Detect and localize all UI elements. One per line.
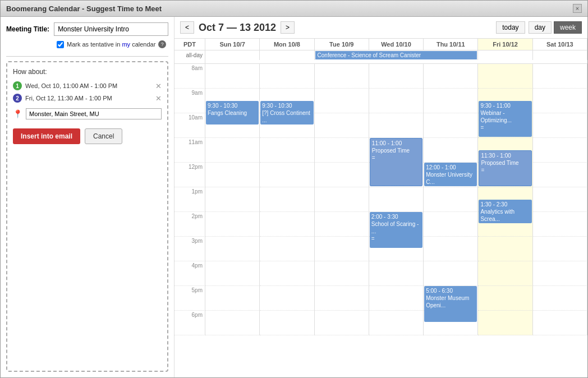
day-col-6-17[interactable] xyxy=(533,286,587,311)
day-col-2-16[interactable] xyxy=(315,261,369,286)
day-col-3-8[interactable] xyxy=(369,64,424,89)
event-4[interactable]: 11:30 - 1:00 Proposed Time = xyxy=(479,150,531,186)
day-col-0-14[interactable] xyxy=(205,212,260,237)
divider xyxy=(6,56,168,57)
event-5[interactable]: 12:00 - 1:00 Monster University C... xyxy=(424,163,477,186)
day-col-6-14[interactable] xyxy=(533,212,587,237)
day-col-4-16[interactable] xyxy=(424,261,478,286)
right-panel: < Oct 7 — 13 2012 > today day week PDT S… xyxy=(174,17,587,377)
suggestion-text-1: Wed, Oct 10, 11:00 AM - 1:00 PM xyxy=(25,82,152,89)
day-col-1-14[interactable] xyxy=(260,212,314,237)
day-col-4-11[interactable] xyxy=(424,138,478,163)
day-col-4-14[interactable] xyxy=(424,212,478,237)
day-col-4-9[interactable] xyxy=(424,89,478,113)
day-col-0-15[interactable] xyxy=(205,237,260,261)
suggestion-item-1: 1 Wed, Oct 10, 11:00 AM - 1:00 PM ✕ xyxy=(13,81,162,90)
day-col-2-11[interactable] xyxy=(315,138,369,163)
tentative-checkbox[interactable] xyxy=(57,41,64,48)
day-col-6-16[interactable] xyxy=(533,261,587,286)
day-col-2-10[interactable] xyxy=(315,113,369,138)
close-button[interactable]: × xyxy=(573,4,582,13)
location-input[interactable] xyxy=(26,108,162,119)
allday-cell-0 xyxy=(205,50,260,60)
event-0[interactable]: 9:30 - 10:30 Fangs Cleaning xyxy=(206,101,259,125)
day-col-4-10[interactable] xyxy=(424,113,478,138)
event-2[interactable]: 9:30 - 11:00 Webinar - Optimizing... = xyxy=(479,101,531,137)
day-col-1-16[interactable] xyxy=(260,261,314,286)
day-col-1-11[interactable] xyxy=(260,138,314,163)
insert-button[interactable]: Insert into email xyxy=(13,128,80,144)
info-icon[interactable]: ? xyxy=(158,40,166,48)
day-col-2-18[interactable] xyxy=(315,311,369,335)
day-col-0-17[interactable] xyxy=(205,286,260,311)
day-col-3-16[interactable] xyxy=(369,261,424,286)
day-col-2-14[interactable] xyxy=(315,212,369,237)
allday-cell-4 xyxy=(478,50,532,60)
day-col-1-18[interactable] xyxy=(260,311,314,335)
event-3[interactable]: 11:00 - 1:00 Proposed Time = xyxy=(370,138,422,186)
day-col-0-18[interactable] xyxy=(205,311,260,335)
day-col-1-8[interactable] xyxy=(260,64,314,89)
day-col-3-18[interactable] xyxy=(369,311,424,335)
day-col-4-8[interactable] xyxy=(424,64,478,89)
prev-button[interactable]: < xyxy=(180,21,194,34)
day-col-0-13[interactable] xyxy=(205,187,260,212)
day-col-0-8[interactable] xyxy=(205,64,260,89)
time-label-18: 6pm xyxy=(174,311,205,335)
day-col-4-13[interactable] xyxy=(424,187,478,212)
day-col-2-8[interactable] xyxy=(315,64,369,89)
day-col-5-17[interactable] xyxy=(478,286,532,311)
day-col-6-11[interactable] xyxy=(533,138,587,163)
day-col-5-16[interactable] xyxy=(478,261,532,286)
day-col-2-9[interactable] xyxy=(315,89,369,113)
day-col-6-10[interactable] xyxy=(533,113,587,138)
event-8[interactable]: 5:00 - 6:30 Monster Museum Openi... xyxy=(424,286,477,322)
location-row: 📍 xyxy=(13,108,162,119)
day-col-5-18[interactable] xyxy=(478,311,532,335)
remove-suggestion-1[interactable]: ✕ xyxy=(155,82,162,90)
day-col-5-15[interactable] xyxy=(478,237,532,261)
day-col-1-17[interactable] xyxy=(260,286,314,311)
remove-suggestion-2[interactable]: ✕ xyxy=(155,94,162,103)
week-view-button[interactable]: week xyxy=(554,21,582,34)
allday-event-conference[interactable]: Conference - Science of Scream Canister xyxy=(315,51,477,59)
event-7[interactable]: 1:30 - 2:30 Analytics with Screa... xyxy=(479,200,531,223)
day-col-0-11[interactable] xyxy=(205,138,260,163)
day-col-6-13[interactable] xyxy=(533,187,587,212)
next-button[interactable]: > xyxy=(281,21,295,34)
day-col-6-15[interactable] xyxy=(533,237,587,261)
day-view-button[interactable]: day xyxy=(529,21,552,34)
day-col-0-16[interactable] xyxy=(205,261,260,286)
event-6[interactable]: 2:00 - 3:30 School of Scaring - ... = xyxy=(370,212,422,248)
day-col-3-10[interactable] xyxy=(369,113,424,138)
day-col-6-8[interactable] xyxy=(533,64,587,89)
time-label-14: 2pm xyxy=(174,212,205,237)
day-col-4-15[interactable] xyxy=(424,237,478,261)
meeting-title-label: Meeting Title: xyxy=(6,25,49,33)
pdt-header: PDT xyxy=(174,39,205,50)
day-col-5-8[interactable] xyxy=(478,64,532,89)
day-col-2-12[interactable] xyxy=(315,163,369,187)
calendar-title: Oct 7 — 13 2012 xyxy=(199,22,276,34)
cancel-button[interactable]: Cancel xyxy=(85,128,122,144)
day-col-1-12[interactable] xyxy=(260,163,314,187)
day-col-3-17[interactable] xyxy=(369,286,424,311)
my-calendar-link[interactable]: my xyxy=(122,41,130,48)
day-col-2-13[interactable] xyxy=(315,187,369,212)
meeting-title-input[interactable] xyxy=(54,22,168,36)
day-col-6-12[interactable] xyxy=(533,163,587,187)
allday-cell-1 xyxy=(260,50,314,60)
day-col-2-17[interactable] xyxy=(315,286,369,311)
day-col-6-9[interactable] xyxy=(533,89,587,113)
day-col-6-18[interactable] xyxy=(533,311,587,335)
day-col-3-13[interactable] xyxy=(369,187,424,212)
time-label-15: 3pm xyxy=(174,237,205,261)
day-col-0-12[interactable] xyxy=(205,163,260,187)
day-col-1-15[interactable] xyxy=(260,237,314,261)
allday-cell-5 xyxy=(533,50,587,60)
day-col-3-9[interactable] xyxy=(369,89,424,113)
today-button[interactable]: today xyxy=(496,21,525,34)
day-col-1-13[interactable] xyxy=(260,187,314,212)
day-col-2-15[interactable] xyxy=(315,237,369,261)
event-1[interactable]: 9:30 - 10:30 [?] Cross Continent ... xyxy=(260,101,313,125)
